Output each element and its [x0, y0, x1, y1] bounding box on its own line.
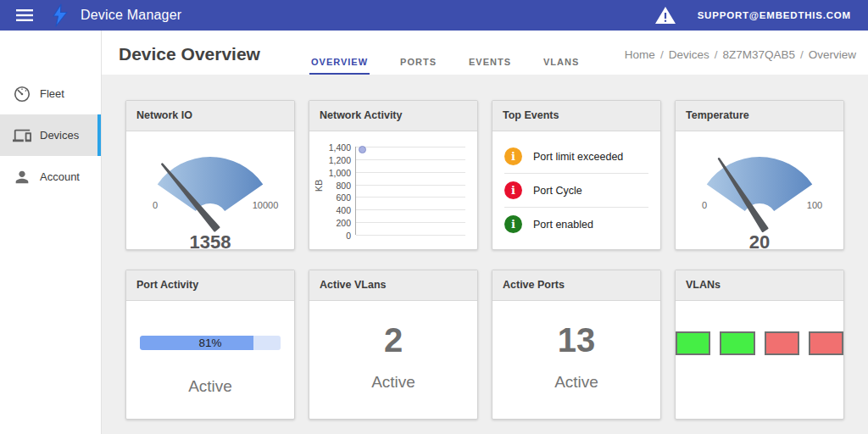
card-row-2: Port Activity 81% Active Active VLans 2 … [125, 270, 868, 420]
tab-events[interactable]: EVENTS [467, 57, 513, 75]
gridline: 1,000 [356, 172, 465, 173]
gridline: 0 [356, 235, 465, 236]
gauge-value: 20 [676, 231, 843, 253]
dashboard-content: Network IO 0 10000 1358 [102, 75, 868, 434]
status-label: Active [492, 373, 660, 392]
card-network-io: Network IO 0 10000 1358 [125, 100, 295, 250]
gauge-value: 1358 [126, 231, 294, 253]
y-tick-label: 1,400 [315, 142, 351, 153]
event-status-icon: i [504, 181, 522, 199]
card-network-activity: Network Activity KB 02004006008001,0001,… [309, 100, 478, 250]
gauge-min-label: 0 [153, 200, 158, 210]
chart-plot-area: 02004006008001,0001,2001,400 [355, 147, 465, 235]
card-title: Active Ports [492, 270, 660, 301]
event-label: Port limit exceeded [533, 151, 623, 163]
card-title: Port Activity [126, 270, 294, 301]
tab-bar: OVERVIEW PORTS EVENTS VLANS [309, 57, 581, 75]
event-row: iPort enabled [504, 208, 648, 241]
breadcrumb-overview[interactable]: Overview [809, 48, 856, 61]
card-row-1: Network IO 0 10000 1358 [125, 100, 868, 250]
sidebar-item-label: Devices [40, 129, 79, 142]
breadcrumb-device-id[interactable]: 8Z7M37QAB5 [722, 48, 795, 61]
breadcrumb-separator: / [715, 48, 718, 61]
breadcrumb-separator: / [660, 48, 664, 61]
y-tick-label: 600 [315, 192, 351, 203]
data-point [359, 146, 366, 153]
active-ports-count: 13 [492, 321, 660, 359]
y-tick-label: 1,200 [315, 155, 351, 165]
support-email-link[interactable]: SUPPORT@EMBEDTHIS.COM [698, 10, 851, 20]
card-active-vlans: Active VLans 2 Active [309, 270, 478, 420]
gauge-min-label: 0 [702, 200, 707, 210]
gridline: 1,200 [356, 159, 465, 160]
sidebar-item-devices[interactable]: Devices [0, 114, 101, 156]
status-label: Active [309, 373, 477, 392]
vlan-box-up [720, 331, 754, 355]
gauge-max-label: 100 [807, 200, 822, 210]
person-icon [13, 168, 31, 186]
card-title: Network IO [126, 101, 294, 131]
gridline: 1,400 [356, 147, 465, 147]
active-vlans-count: 2 [309, 321, 477, 359]
vlan-box-down [809, 331, 843, 355]
card-title: Network Activity [309, 101, 477, 131]
tab-overview[interactable]: OVERVIEW [309, 57, 370, 75]
sidebar-item-label: Fleet [40, 87, 64, 100]
event-row: iPort Cycle [504, 174, 648, 208]
gauge-max-label: 10000 [253, 200, 279, 210]
card-top-events: Top Events iPort limit exceedediPort Cyc… [492, 100, 661, 250]
alert-icon[interactable] [655, 7, 676, 24]
y-tick-label: 1,000 [315, 168, 351, 178]
sidebar-item-account[interactable]: Account [0, 156, 101, 198]
network-activity-chart: KB 02004006008001,0001,2001,400 [309, 131, 477, 249]
menu-icon[interactable] [14, 5, 35, 25]
card-vlans: VLANs [675, 270, 844, 420]
gridline: 600 [356, 197, 465, 198]
sidebar-item-label: Account [40, 170, 80, 183]
breadcrumb-devices[interactable]: Devices [669, 48, 709, 61]
app-bar: Device Manager SUPPORT@EMBEDTHIS.COM [0, 0, 868, 31]
temperature-gauge: 0 100 20 [676, 131, 843, 253]
gridline: 400 [356, 209, 465, 210]
vlan-box-up [676, 331, 710, 355]
sidebar-nav: Fleet Devices Account [0, 31, 102, 434]
event-status-icon: i [504, 147, 522, 165]
device-manager-app: Device Manager SUPPORT@EMBEDTHIS.COM Fle… [0, 0, 868, 434]
tab-vlans[interactable]: VLANS [542, 57, 581, 75]
network-io-gauge: 0 10000 1358 [126, 131, 294, 253]
breadcrumb-separator: / [800, 48, 804, 61]
tab-ports[interactable]: PORTS [398, 57, 438, 75]
lightning-logo-icon [51, 3, 70, 27]
status-label: Active [126, 377, 294, 396]
event-label: Port Cycle [533, 185, 582, 197]
events-list: iPort limit exceedediPort CycleiPort ena… [492, 131, 660, 241]
app-title: Device Manager [81, 8, 181, 23]
card-temperature: Temperature 0 100 20 [675, 100, 844, 250]
breadcrumb-home[interactable]: Home [625, 48, 655, 61]
gauge-dial-icon [13, 85, 31, 103]
devices-icon [13, 126, 31, 145]
card-title: Temperature [676, 101, 843, 131]
vlan-boxes [676, 301, 843, 355]
vlan-box-down [765, 331, 799, 355]
card-title: Active VLans [309, 270, 477, 301]
event-row: iPort limit exceeded [504, 140, 648, 174]
y-tick-label: 400 [315, 205, 351, 215]
page-header: Device Overview OVERVIEW PORTS EVENTS VL… [102, 31, 868, 75]
gridline: 800 [356, 185, 465, 186]
y-tick-label: 800 [315, 181, 351, 191]
sidebar-item-fleet[interactable]: Fleet [0, 73, 101, 114]
page-title: Device Overview [119, 44, 309, 64]
card-port-activity: Port Activity 81% Active [125, 270, 295, 420]
port-activity-percent: 81% [140, 336, 281, 350]
gridline: 200 [356, 222, 465, 223]
y-tick-label: 0 [315, 231, 351, 241]
event-status-icon: i [504, 215, 522, 233]
event-label: Port enabled [533, 219, 593, 231]
card-title: Top Events [492, 101, 660, 131]
breadcrumb: Home/Devices/8Z7M37QAB5/Overview [625, 48, 856, 61]
y-tick-label: 200 [315, 218, 351, 228]
card-title: VLANs [676, 270, 843, 301]
card-active-ports: Active Ports 13 Active [492, 270, 661, 420]
